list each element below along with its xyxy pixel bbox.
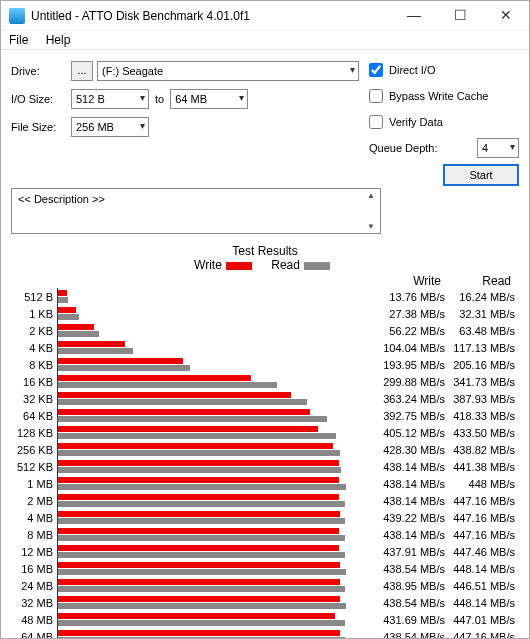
table-row: 2 KB56.22 MB/s63.48 MB/s <box>11 322 519 339</box>
row-read-value: 205.16 MB/s <box>449 359 519 371</box>
drive-select[interactable]: (F:) Seagate <box>97 61 359 81</box>
io-to-label: to <box>155 93 164 105</box>
row-category: 12 MB <box>11 546 57 558</box>
row-write-value: 438.54 MB/s <box>379 563 449 575</box>
row-category: 2 KB <box>11 325 57 337</box>
file-size-select[interactable]: 256 MB <box>71 117 149 137</box>
row-category: 32 KB <box>11 393 57 405</box>
write-bar <box>58 426 318 432</box>
row-bars <box>57 339 379 356</box>
menu-help[interactable]: Help <box>46 33 71 47</box>
drive-browse-button[interactable]: ... <box>71 61 93 81</box>
row-bars <box>57 560 379 577</box>
row-category: 8 KB <box>11 359 57 371</box>
row-bars <box>57 373 379 390</box>
read-bar <box>58 620 345 626</box>
row-read-value: 32.31 MB/s <box>449 308 519 320</box>
row-write-value: 431.69 MB/s <box>379 614 449 626</box>
minimize-button[interactable]: — <box>391 1 437 31</box>
results-table: 512 B13.76 MB/s16.24 MB/s1 KB27.38 MB/s3… <box>11 288 519 639</box>
read-bar <box>58 586 345 592</box>
write-bar <box>58 477 339 483</box>
row-read-value: 448.14 MB/s <box>449 563 519 575</box>
menu-file[interactable]: File <box>9 33 28 47</box>
row-category: 16 MB <box>11 563 57 575</box>
read-bar <box>58 382 277 388</box>
title-bar: Untitled - ATTO Disk Benchmark 4.01.0f1 … <box>1 1 529 31</box>
row-bars <box>57 543 379 560</box>
write-bar <box>58 290 67 296</box>
direct-io-checkbox[interactable] <box>369 63 383 77</box>
row-write-value: 13.76 MB/s <box>379 291 449 303</box>
verify-data-checkbox[interactable] <box>369 115 383 129</box>
table-row: 1 KB27.38 MB/s32.31 MB/s <box>11 305 519 322</box>
table-row: 4 MB439.22 MB/s447.16 MB/s <box>11 509 519 526</box>
row-bars <box>57 407 379 424</box>
row-bars <box>57 288 379 305</box>
row-read-value: 438.82 MB/s <box>449 444 519 456</box>
description-textarea[interactable]: << Description >> ▲ ▼ <box>11 188 381 234</box>
row-read-value: 447.46 MB/s <box>449 546 519 558</box>
row-bars <box>57 509 379 526</box>
row-write-value: 193.95 MB/s <box>379 359 449 371</box>
row-category: 256 KB <box>11 444 57 456</box>
table-row: 32 MB438.54 MB/s448.14 MB/s <box>11 594 519 611</box>
row-bars <box>57 424 379 441</box>
desc-scroll-up[interactable]: ▲ <box>364 191 378 200</box>
direct-io-label: Direct I/O <box>389 64 435 76</box>
queue-depth-select[interactable]: 4 <box>477 138 519 158</box>
row-read-value: 448 MB/s <box>449 478 519 490</box>
table-row: 2 MB438.14 MB/s447.16 MB/s <box>11 492 519 509</box>
read-bar <box>58 297 68 303</box>
row-read-value: 447.01 MB/s <box>449 614 519 626</box>
row-category: 1 MB <box>11 478 57 490</box>
row-category: 4 MB <box>11 512 57 524</box>
row-write-value: 438.14 MB/s <box>379 461 449 473</box>
table-row: 4 KB104.04 MB/s117.13 MB/s <box>11 339 519 356</box>
write-bar <box>58 579 340 585</box>
read-bar <box>58 399 307 405</box>
write-bar <box>58 545 339 551</box>
legend-write-swatch <box>226 262 252 270</box>
write-bar <box>58 613 335 619</box>
bypass-cache-checkbox[interactable] <box>369 89 383 103</box>
row-write-value: 438.54 MB/s <box>379 597 449 609</box>
io-size-from-select[interactable]: 512 B <box>71 89 149 109</box>
row-write-value: 27.38 MB/s <box>379 308 449 320</box>
row-bars <box>57 526 379 543</box>
close-button[interactable]: ✕ <box>483 1 529 31</box>
desc-scroll-down[interactable]: ▼ <box>364 222 378 231</box>
row-bars <box>57 611 379 628</box>
read-bar <box>58 416 327 422</box>
write-bar <box>58 596 340 602</box>
row-write-value: 437.91 MB/s <box>379 546 449 558</box>
read-bar <box>58 467 341 473</box>
menu-bar: File Help <box>1 31 529 50</box>
table-row: 512 B13.76 MB/s16.24 MB/s <box>11 288 519 305</box>
start-button[interactable]: Start <box>443 164 519 186</box>
read-bar <box>58 365 190 371</box>
row-bars <box>57 594 379 611</box>
row-write-value: 299.88 MB/s <box>379 376 449 388</box>
row-bars <box>57 390 379 407</box>
row-write-value: 438.14 MB/s <box>379 478 449 490</box>
row-bars <box>57 577 379 594</box>
row-read-value: 446.51 MB/s <box>449 580 519 592</box>
maximize-button[interactable]: ☐ <box>437 1 483 31</box>
queue-depth-label: Queue Depth: <box>369 142 477 154</box>
read-bar <box>58 569 346 575</box>
row-category: 512 B <box>11 291 57 303</box>
row-bars <box>57 475 379 492</box>
read-bar <box>58 433 336 439</box>
row-bars <box>57 322 379 339</box>
row-category: 4 KB <box>11 342 57 354</box>
legend-write-label: Write <box>194 258 222 272</box>
read-bar <box>58 552 345 558</box>
row-category: 8 MB <box>11 529 57 541</box>
read-bar <box>58 518 345 524</box>
read-bar <box>58 314 79 320</box>
io-size-to-select[interactable]: 64 MB <box>170 89 248 109</box>
row-read-value: 418.33 MB/s <box>449 410 519 422</box>
chart-title: Test Results <box>232 244 297 258</box>
row-category: 2 MB <box>11 495 57 507</box>
